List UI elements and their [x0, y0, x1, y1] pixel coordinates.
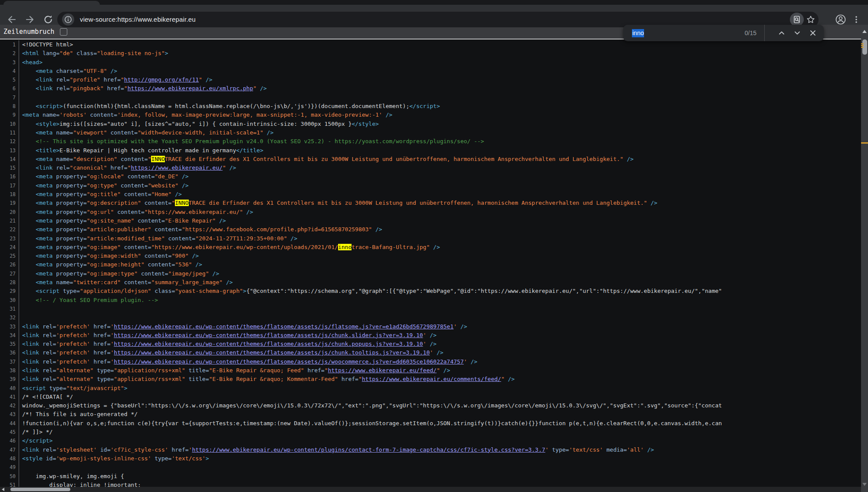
- back-button[interactable]: [5, 13, 18, 26]
- find-next-button[interactable]: [792, 27, 803, 39]
- line-number: 4: [0, 67, 19, 75]
- find-match-count: 0/15: [745, 30, 756, 36]
- code-token: {"@context":"https://schema.org","@graph…: [247, 288, 722, 294]
- code-token: href=: [107, 164, 128, 171]
- search-match-highlight: INNO: [151, 156, 164, 162]
- vertical-scrollbar[interactable]: [861, 25, 868, 492]
- line-number: 18: [0, 190, 19, 199]
- scroll-down-arrow-icon[interactable]: [862, 483, 867, 486]
- code-token: <link: [36, 85, 53, 92]
- code-token: <link: [36, 76, 53, 83]
- line-number: 3: [0, 58, 19, 67]
- source-line: 12 <!-- This site is optimized with the …: [0, 137, 868, 146]
- code-token: rel=: [53, 76, 69, 83]
- horizontal-scrollbar[interactable]: [0, 487, 861, 492]
- source-line: 19 <meta property="og:description" conte…: [0, 199, 868, 207]
- code-token: "og:description": [87, 200, 141, 206]
- code-token: [22, 226, 36, 233]
- code-token: <script: [22, 385, 46, 391]
- line-number: 40: [0, 384, 19, 393]
- source-line-text: <link rel="profile" href="http://gmpg.or…: [19, 75, 212, 84]
- line-number: 27: [0, 269, 19, 278]
- code-token: <!-- / Yoast SEO Premium plugin. -->: [36, 297, 158, 303]
- code-token: />: [430, 244, 440, 250]
- bookmark-button[interactable]: [805, 13, 817, 26]
- code-token: <link: [22, 341, 39, 347]
- source-link[interactable]: https://www.ebikerepair.eu/wp-content/th…: [114, 358, 464, 365]
- source-line: 7: [0, 93, 868, 102]
- find-input[interactable]: inno: [632, 30, 644, 36]
- scroll-left-arrow-icon[interactable]: [2, 488, 4, 491]
- code-token: />: [287, 235, 297, 242]
- source-link[interactable]: https://www.ebikerepair.eu/xmlrpc.php: [128, 85, 253, 92]
- horizontal-scrollbar-thumb[interactable]: [10, 488, 70, 491]
- code-token: rel=: [53, 164, 69, 171]
- code-token: content=: [87, 112, 117, 118]
- source-link[interactable]: https://www.ebikerepair.eu/wp-content/th…: [114, 341, 423, 347]
- menu-button[interactable]: [850, 13, 863, 26]
- find-query-text: inno: [632, 29, 644, 37]
- active-tab[interactable]: [3, 1, 100, 5]
- code-token: "de_DE": [155, 173, 178, 180]
- profile-button[interactable]: [834, 13, 847, 26]
- profile-icon: [835, 14, 846, 25]
- code-token: </style>: [352, 121, 379, 127]
- forward-button[interactable]: [23, 13, 36, 26]
- code-token: name=: [53, 279, 73, 285]
- source-line-text: <link rel='prefetch' href='https://www.e…: [19, 340, 437, 348]
- code-token: content=: [117, 182, 148, 189]
- wordwrap-checkbox[interactable]: [60, 28, 67, 36]
- source-link[interactable]: https://www.ebikerepair.eu/wp-content/th…: [114, 332, 423, 338]
- code-token: <meta: [36, 191, 53, 197]
- source-line-text: <link rel='prefetch' href='https://www.e…: [19, 331, 437, 340]
- code-token: <meta: [36, 156, 53, 162]
- code-token: 'cf7ic_style-css': [111, 446, 168, 453]
- code-token: content=: [145, 261, 175, 268]
- source-line-text: [19, 463, 22, 472]
- line-number: 37: [0, 358, 19, 366]
- code-token: 'wp-emoji-styles-inline-css': [56, 455, 151, 462]
- back-arrow-icon: [7, 14, 17, 25]
- line-number: 43: [0, 410, 19, 419]
- source-line: 37<link rel='prefetch' href='https://www…: [0, 358, 868, 366]
- code-token: 'all': [627, 446, 644, 453]
- search-match-highlight: INNO: [175, 200, 188, 206]
- code-token: type=: [46, 385, 66, 391]
- source-line: 47<link rel='stylesheet' id='cf7ic_style…: [0, 446, 868, 454]
- source-link[interactable]: https://www.ebikerepair.eu/wp-content/th…: [114, 349, 430, 356]
- source-link[interactable]: https://www.ebikerepair.eu/: [131, 164, 222, 171]
- code-token: "og:title": [87, 191, 121, 197]
- find-previous-button[interactable]: [776, 27, 787, 39]
- source-link[interactable]: https://www.ebikerepair.eu/wp-content/th…: [114, 323, 454, 330]
- code-token: />: [440, 367, 450, 374]
- code-token: />: [178, 182, 188, 189]
- source-line: 30 <!-- / Yoast SEO Premium plugin. -->: [0, 296, 868, 305]
- code-token: <meta: [36, 244, 53, 250]
- code-token: ': [430, 349, 433, 356]
- code-token: href=: [90, 358, 111, 365]
- code-token: [22, 297, 36, 303]
- line-number: 44: [0, 419, 19, 428]
- source-link[interactable]: http://gmpg.org/xfn/11: [124, 76, 199, 83]
- code-token: "E-Bike Repair &raquo; Kommentar-Feed": [209, 376, 338, 382]
- code-token: href=: [338, 376, 358, 382]
- source-link[interactable]: https://www.ebikerepair.eu/wp-content/pl…: [192, 446, 545, 453]
- code-token: title=: [185, 367, 209, 374]
- bookmark-star-icon: [806, 15, 815, 24]
- line-number: 21: [0, 216, 19, 225]
- scroll-up-arrow-icon[interactable]: [862, 30, 867, 33]
- line-number: 48: [0, 454, 19, 463]
- find-in-page-button[interactable]: [790, 13, 804, 26]
- code-token: [22, 288, 36, 294]
- code-token: property=: [53, 217, 86, 224]
- line-number: 5: [0, 75, 19, 84]
- source-link[interactable]: https://www.ebikerepair.eu/comments/feed…: [362, 376, 501, 382]
- reload-button[interactable]: [42, 13, 55, 26]
- source-link[interactable]: https://www.ebikerepair.eu/feed/: [328, 367, 436, 374]
- url-text[interactable]: view-source:https://www.ebikerepair.eu: [80, 12, 196, 27]
- site-info-button[interactable]: [62, 13, 74, 26]
- source-line: 31: [0, 305, 868, 313]
- source-line: 22 <meta property="article:publisher" co…: [0, 225, 868, 234]
- find-close-button[interactable]: [807, 27, 819, 39]
- code-token: <!DOCTYPE html>: [22, 41, 73, 48]
